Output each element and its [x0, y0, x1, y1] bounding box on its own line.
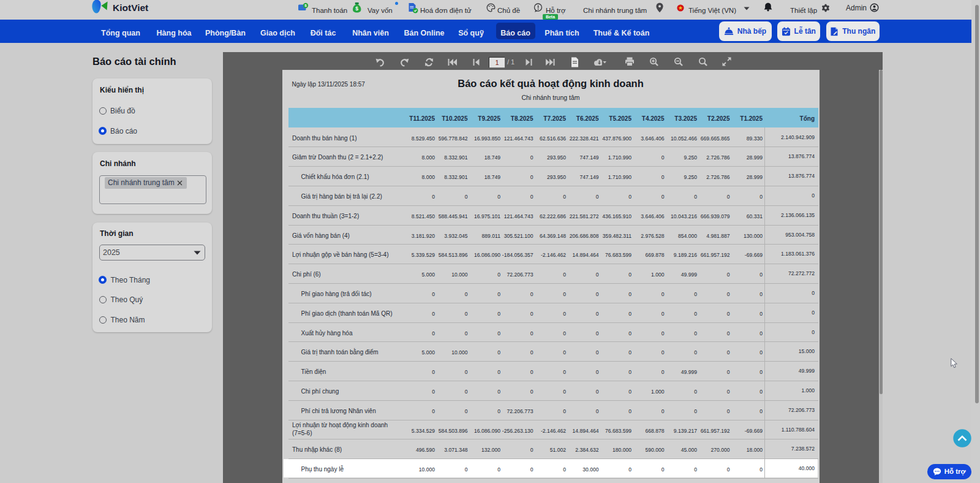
svg-text:$: $ — [304, 3, 307, 7]
svg-text:$: $ — [355, 6, 358, 12]
